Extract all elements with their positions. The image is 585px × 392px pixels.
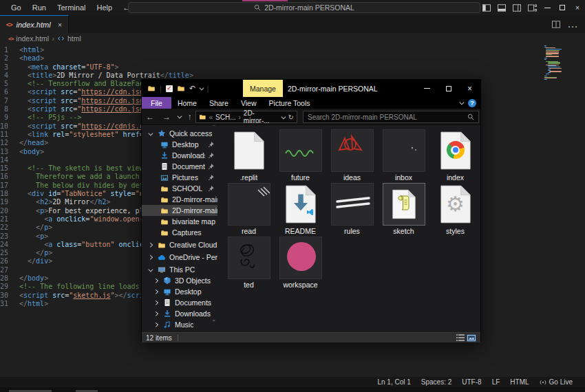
html-file-icon: <>	[6, 21, 12, 28]
ribbon-tab-home[interactable]: Home	[171, 97, 203, 109]
scroll-up-icon[interactable]: ⌃	[211, 125, 216, 130]
sidebar-item-this-pc[interactable]: This PC	[142, 264, 217, 275]
file-sketch[interactable]: sketch	[378, 183, 429, 237]
breadcrumb-separator: ›	[52, 34, 54, 43]
chevron-down-icon[interactable]	[146, 268, 154, 272]
recent-locations-icon[interactable]	[178, 114, 182, 118]
chevron-down-icon[interactable]	[146, 132, 154, 135]
explorer-search-input[interactable]: Search 2D-mirror-main PERSONAL	[303, 111, 479, 123]
chevron-right-icon[interactable]	[151, 301, 160, 305]
thumbnail-view-icon[interactable]	[467, 334, 476, 342]
sidebar-item-creative-cloud-files[interactable]: Creative Cloud Files	[142, 239, 217, 250]
sidebar-item-documents[interactable]: Documents	[142, 297, 217, 308]
chevron-right-icon[interactable]	[151, 290, 160, 294]
sidebar-item-pictures[interactable]: Pictures	[142, 172, 217, 183]
sidebar-item-3d-objects[interactable]: 3D Objects	[142, 275, 217, 286]
file-ted[interactable]: ted	[223, 237, 275, 290]
chevron-down-icon[interactable]	[200, 86, 204, 90]
sidebar-item-2d-mirror-main[interactable]: 2D-mirror-main	[142, 194, 217, 205]
details-view-icon[interactable]	[456, 334, 465, 341]
file-replit[interactable]: .replit	[223, 129, 275, 183]
file-index[interactable]: index	[429, 129, 481, 183]
menu-help[interactable]: Help	[91, 3, 118, 12]
file-workspace[interactable]: workspace	[275, 237, 326, 290]
folder-icon[interactable]	[147, 85, 156, 92]
chevron-right-icon[interactable]	[151, 279, 160, 283]
address-dropdown-icon[interactable]	[281, 114, 286, 118]
sidebar-item-desktop[interactable]: Desktop	[142, 139, 217, 150]
go-live-button[interactable]: Go Live	[540, 378, 573, 386]
breadcrumb-file[interactable]: index.html	[16, 34, 49, 43]
address-bar[interactable]: « SCH... › 2D-mirror-... ↻	[195, 111, 297, 123]
address-crumb[interactable]: 2D-mirror-...	[244, 109, 279, 124]
file-readme[interactable]: README	[275, 183, 326, 237]
toggle-sidebar-icon[interactable]	[479, 0, 494, 15]
scroll-down-icon[interactable]: ⌄	[211, 316, 216, 323]
background-window-artifact	[242, 0, 288, 1]
file-name: rules	[344, 227, 360, 235]
more-actions-icon[interactable]: …	[567, 18, 578, 30]
file-read[interactable]: read	[223, 183, 275, 237]
chevron-right-icon[interactable]	[151, 312, 160, 316]
chevron-right-icon[interactable]	[146, 243, 154, 247]
close-icon[interactable]: ×	[570, 0, 585, 15]
ribbon-tab-file[interactable]: File	[142, 97, 171, 109]
status-lf[interactable]: LF	[492, 378, 500, 386]
breadcrumb-node[interactable]: html	[67, 34, 81, 43]
file-ideas[interactable]: ideas	[326, 129, 378, 183]
chevron-right-icon[interactable]	[146, 256, 154, 259]
toggle-secondary-sidebar-icon[interactable]	[509, 0, 524, 15]
undo-icon[interactable]: ↶	[189, 84, 195, 93]
ribbon-tab-picture-tools[interactable]: Picture Tools	[263, 97, 317, 109]
maximize-icon[interactable]	[555, 0, 570, 15]
sidebar-item-onedrive-person[interactable]: OneDrive - Person	[142, 252, 217, 263]
ribbon-tab-view[interactable]: View	[235, 97, 263, 109]
tab-close-icon[interactable]: ×	[58, 21, 62, 29]
file-future[interactable]: future	[275, 129, 326, 183]
menu-go[interactable]: Go	[6, 3, 27, 12]
command-center-search[interactable]: 2D-mirror-main PERSONAL	[128, 2, 480, 13]
file-styles[interactable]: ⚙styles	[429, 183, 481, 237]
chevron-right-icon[interactable]	[151, 323, 160, 327]
collapse-ribbon-icon[interactable]	[459, 100, 463, 105]
search-icon[interactable]	[467, 113, 474, 120]
sidebar-item-desktop[interactable]: Desktop	[142, 286, 217, 297]
sidebar-item-school[interactable]: SCHOOL	[142, 183, 217, 194]
sidebar-item-bivariate-map[interactable]: bivariate map	[142, 216, 217, 227]
manage-tab[interactable]: Manage	[243, 80, 283, 97]
forward-icon[interactable]: →	[158, 112, 175, 122]
toggle-panel-icon[interactable]	[494, 0, 509, 15]
tab-index-html[interactable]: <> index.html ×	[0, 15, 69, 33]
maximize-icon[interactable]	[438, 80, 459, 97]
status-spaces[interactable]: Spaces: 2	[421, 378, 451, 386]
help-icon[interactable]: ?	[468, 99, 476, 107]
up-icon[interactable]: ↑	[184, 112, 196, 122]
menu-terminal[interactable]: Terminal	[52, 3, 92, 12]
customize-layout-icon[interactable]	[524, 0, 540, 15]
properties-check-icon[interactable]: ✓	[166, 85, 173, 92]
status-ln-1-col-1[interactable]: Ln 1, Col 1	[377, 378, 410, 386]
sidebar-item-music[interactable]: Music	[142, 319, 217, 330]
back-icon[interactable]: ←	[142, 112, 158, 122]
minimize-icon[interactable]	[416, 80, 438, 97]
sidebar-item-downloads[interactable]: Downloads	[142, 150, 217, 161]
sidebar-item-captures[interactable]: Captures	[142, 227, 217, 238]
folder-icon[interactable]	[177, 85, 185, 92]
minimize-icon[interactable]	[540, 0, 555, 15]
sidebar-item-documents[interactable]: Documents	[142, 161, 217, 172]
sidebar-item-2d-mirror-main[interactable]: 2D-mirror-main	[142, 205, 217, 216]
ribbon-tab-share[interactable]: Share	[203, 97, 235, 109]
status-html[interactable]: HTML	[510, 378, 529, 386]
file-rules[interactable]: rules	[326, 183, 378, 237]
file-inbox[interactable]: inbox	[378, 129, 429, 183]
sidebar-item-quick-access[interactable]: Quick access	[142, 128, 217, 139]
status-utf-8[interactable]: UTF-8	[462, 378, 481, 386]
minimap[interactable]	[544, 45, 583, 80]
crumb-overflow-icon[interactable]: «	[209, 113, 213, 121]
sidebar-item-downloads[interactable]: Downloads	[142, 308, 217, 319]
address-crumb[interactable]: SCH...	[215, 113, 235, 121]
close-icon[interactable]: ×	[459, 80, 480, 97]
menu-run[interactable]: Run	[27, 3, 52, 12]
split-editor-icon[interactable]	[552, 21, 560, 28]
refresh-icon[interactable]: ↻	[288, 113, 294, 121]
